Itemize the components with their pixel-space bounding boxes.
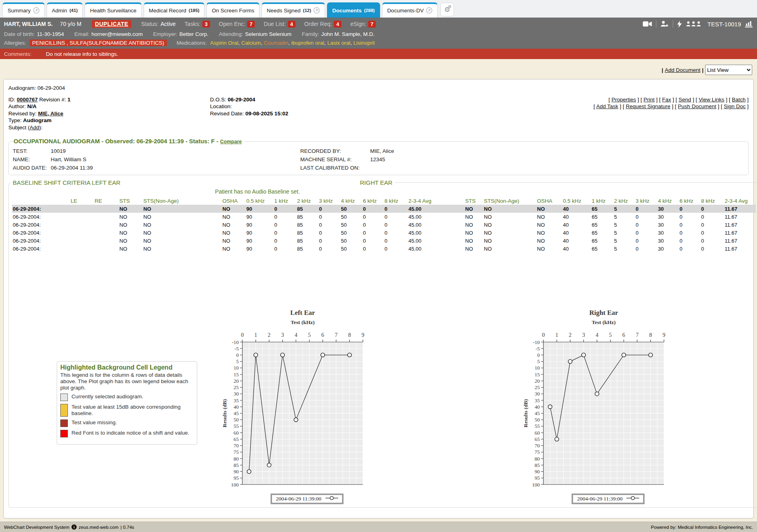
batch-link[interactable]: Batch bbox=[732, 97, 746, 103]
external-link-icon[interactable] bbox=[313, 7, 320, 14]
table-row: 06-29-2004:NONONO900850500045.00NONONO40… bbox=[12, 221, 756, 229]
document-actions-row-2: [ Add Task ] [ Request Signature ] [ Pus… bbox=[434, 103, 749, 110]
svg-text:4: 4 bbox=[295, 332, 297, 338]
left-ear-col-1-khz: 1 kHz bbox=[273, 197, 296, 205]
demographic-label: Date of birth: bbox=[4, 31, 35, 37]
legend-item-text: Test value at least 15dB above correspon… bbox=[71, 404, 194, 417]
right-ear-value: 40 bbox=[562, 245, 591, 253]
svg-text:75: 75 bbox=[535, 449, 540, 455]
tab-medical-record[interactable]: Medical Record(185) bbox=[144, 2, 205, 18]
svg-text:70: 70 bbox=[535, 443, 540, 449]
settings-gear-button[interactable]: ⚙⚙ bbox=[440, 3, 454, 16]
left-ear-value: 0 bbox=[384, 245, 408, 253]
svg-text:85: 85 bbox=[535, 462, 540, 468]
counter-badge[interactable]: 4 bbox=[334, 21, 341, 28]
tab-documents-dv[interactable]: Documents-DV bbox=[382, 2, 438, 18]
tab-health-surveillance[interactable]: Health Surveillance bbox=[85, 2, 141, 18]
print-link[interactable]: Print bbox=[644, 97, 655, 103]
right-ear-value: NO bbox=[483, 205, 536, 213]
right-ear-chart: 0123456789-10-50510152025303540455055606… bbox=[521, 305, 756, 504]
add-document-link[interactable]: Add Document bbox=[665, 67, 700, 73]
allergies-badge[interactable]: PENICILLINS , SULFA(SULFONAMIDE ANTIBIOT… bbox=[30, 40, 167, 46]
left-ear-col-0-5-khz: 0.5 kHz bbox=[246, 197, 273, 205]
counter-badge[interactable]: 7 bbox=[247, 21, 255, 28]
view-links-link[interactable]: View Links bbox=[699, 97, 724, 103]
demographic-label: Family: bbox=[302, 31, 319, 37]
tab-count: (288) bbox=[364, 8, 375, 13]
document-id-link[interactable]: 0000767 bbox=[17, 97, 38, 103]
counter-label: Tasks: bbox=[184, 21, 200, 27]
counter-badge[interactable]: 3 bbox=[202, 21, 210, 28]
tab-documents[interactable]: Documents(288) bbox=[327, 2, 380, 18]
tab-admin[interactable]: Admin(41) bbox=[47, 2, 83, 18]
lightning-icon[interactable] bbox=[677, 21, 682, 28]
care-team-icon[interactable] bbox=[686, 21, 701, 27]
left-ear-col-sts: STS bbox=[119, 197, 143, 205]
left-ear-value: 45.00 bbox=[408, 205, 451, 213]
send-link[interactable]: Send bbox=[679, 97, 692, 103]
svg-text:1: 1 bbox=[556, 332, 559, 338]
left-ear-value: 0 bbox=[273, 229, 296, 237]
right-ear-col-8-khz: 8 kHz bbox=[700, 197, 724, 205]
counter-badge[interactable]: 7 bbox=[368, 21, 376, 28]
svg-text:2: 2 bbox=[569, 332, 572, 338]
fax-link[interactable]: Fax bbox=[662, 97, 671, 103]
patient-age-sex: 70 y/o M bbox=[60, 21, 81, 27]
tab-label: Summary bbox=[8, 8, 31, 14]
medication-name: Aspirin Oral bbox=[210, 40, 238, 46]
add-person-icon[interactable] bbox=[660, 21, 669, 27]
duplicate-badge[interactable]: DUPLICATE bbox=[92, 20, 132, 28]
baseline-section-header: BASELINE SHIFT CRITERIA LEFT EAR RIGHT E… bbox=[12, 179, 395, 186]
svg-text:40: 40 bbox=[234, 404, 239, 410]
subject-add-link[interactable]: Add bbox=[30, 125, 39, 131]
add-task-link[interactable]: Add Task bbox=[596, 103, 618, 109]
group-spacer-cell bbox=[451, 237, 464, 245]
counter-badge[interactable]: 4 bbox=[288, 21, 295, 28]
right-ear-value: NO bbox=[483, 229, 536, 237]
tab-needs-signed[interactable]: Needs Signed(12) bbox=[262, 2, 325, 18]
footer-load-time: | 0.74s bbox=[121, 525, 134, 530]
revised-by-link[interactable]: MIE, Alice bbox=[38, 111, 63, 117]
patient-status: Status: Active bbox=[141, 21, 176, 27]
tab-summary[interactable]: Summary bbox=[2, 2, 45, 18]
left-ear-value bbox=[94, 245, 119, 253]
right-ear-value: 40 bbox=[562, 237, 591, 245]
left-ear-value: 50 bbox=[340, 221, 362, 229]
author-label: Author: bbox=[8, 103, 26, 109]
baseline-shift-table: LERESTSSTS(Non-Age)OSHA0.5 kHz1 kHz2 kHz… bbox=[12, 197, 756, 253]
legend-item-text: Test value missing. bbox=[71, 419, 117, 427]
svg-text:35: 35 bbox=[234, 398, 239, 403]
left-ear-value: 0 bbox=[362, 221, 384, 229]
meta-middle-column: D.O.S: 06-29-2004 Location: Revised Date… bbox=[210, 97, 434, 131]
right-ear-value: 30 bbox=[657, 205, 679, 213]
right-ear-value: 11.67 bbox=[724, 213, 756, 221]
tab-label: Health Surveillance bbox=[90, 8, 136, 14]
right-ear-value: 0 bbox=[700, 237, 724, 245]
divider bbox=[673, 20, 673, 28]
view-mode-select[interactable]: List View bbox=[705, 65, 752, 75]
left-ear-value: NO bbox=[143, 221, 222, 229]
tab-on-screen-forms[interactable]: On Screen Forms bbox=[206, 2, 260, 18]
table-row: 06-29-2004:NONONO900850500045.00NONONO40… bbox=[12, 229, 756, 237]
svg-text:45: 45 bbox=[535, 410, 540, 416]
svg-text:7: 7 bbox=[636, 332, 639, 338]
video-camera-icon[interactable] bbox=[643, 21, 652, 27]
compare-link[interactable]: Compare bbox=[220, 139, 242, 144]
push-document-link[interactable]: Push Document bbox=[678, 103, 716, 109]
audio-date-label: AUDIO DATE: bbox=[13, 165, 51, 171]
sign-doc-link[interactable]: Sign Doc bbox=[724, 103, 746, 109]
counter-esign: eSign:7 bbox=[350, 21, 376, 28]
right-ear-plot: 0123456789-10-50510152025303540455055606… bbox=[521, 305, 669, 488]
left-ear-value: 0 bbox=[318, 213, 340, 221]
baseline-shift-section: BASELINE SHIFT CRITERIA LEFT EAR RIGHT E… bbox=[8, 179, 757, 508]
external-link-icon[interactable] bbox=[426, 7, 432, 14]
request-signature-link[interactable]: Request Signature bbox=[626, 103, 670, 109]
svg-text:0: 0 bbox=[542, 332, 545, 338]
external-link-icon[interactable] bbox=[33, 7, 40, 14]
svg-text:85: 85 bbox=[234, 462, 239, 468]
flowsheet-chart-icon[interactable] bbox=[745, 21, 753, 28]
left-ear-value: 50 bbox=[340, 213, 362, 221]
recorded-by-value: MIE, Alice bbox=[370, 148, 745, 154]
properties-link[interactable]: Properties bbox=[611, 97, 636, 103]
right-ear-col-1-khz: 1 kHz bbox=[591, 197, 613, 205]
